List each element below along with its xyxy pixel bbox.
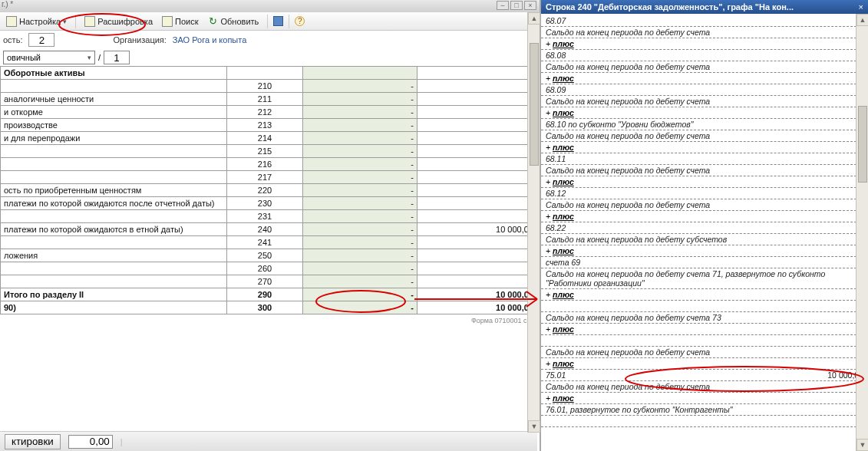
account-row[interactable]: 68.110	[541, 153, 868, 165]
table-row[interactable]: 217--	[1, 171, 537, 184]
row-value-2[interactable]: -	[417, 171, 537, 184]
table-row[interactable]: 260--	[1, 262, 537, 275]
row-value-2[interactable]: -	[417, 106, 537, 119]
toolbar-decode[interactable]: Расшифровка	[81, 15, 156, 28]
account-row[interactable]: 0	[541, 335, 868, 347]
account-row[interactable]: 68.090	[541, 84, 868, 96]
table-row[interactable]: 215--	[1, 145, 537, 158]
row-value-2[interactable]: -	[417, 197, 537, 210]
left-scrollbar[interactable]: ▲ ▼	[527, 12, 540, 433]
table-row[interactable]: ложения250--	[1, 249, 537, 262]
maximize-button[interactable]: □	[510, 1, 523, 10]
row-value-1[interactable]: -	[303, 288, 417, 301]
refresh-icon: ↻	[208, 16, 219, 27]
account-row[interactable]: счета 690	[541, 257, 868, 268]
close-button[interactable]: ×	[524, 1, 536, 10]
row-value-2[interactable]: 10 000,00	[417, 301, 537, 314]
row-value-2[interactable]: -	[417, 210, 537, 223]
row-value-2[interactable]: -	[417, 275, 537, 288]
help-icon[interactable]: ?	[295, 16, 305, 26]
edit-button[interactable]: ктировки	[5, 434, 61, 449]
right-close-icon[interactable]: ×	[859, 2, 863, 12]
row-value-1[interactable]: -	[303, 106, 417, 119]
page-spin[interactable]	[104, 51, 130, 64]
right-titlebar: Строка 240 "Дебиторская задолженность", …	[541, 0, 868, 14]
right-scrollbar[interactable]: ▲ ▼	[856, 14, 868, 451]
row-code: 215	[226, 145, 302, 158]
table-row[interactable]: аналогичные ценности211--	[1, 93, 537, 106]
row-value-1[interactable]: -	[303, 184, 417, 197]
row-value-1[interactable]: -	[303, 210, 417, 223]
account-row[interactable]: 68.080	[541, 50, 868, 61]
period-combo[interactable]: овичный ▾	[3, 51, 95, 64]
table-row[interactable]: 216--	[1, 158, 537, 171]
row-value-2[interactable]: -	[417, 236, 537, 249]
precision-input[interactable]	[28, 33, 54, 47]
table-row[interactable]: производстве213--	[1, 119, 537, 132]
row-value-2[interactable]: -	[417, 80, 537, 93]
table-row[interactable]: и для перепродажи214--	[1, 132, 537, 145]
blue-tool-icon[interactable]	[273, 16, 283, 26]
row-code: 212	[226, 106, 302, 119]
row-value-2[interactable]: -	[417, 184, 537, 197]
account-row[interactable]: 68.070	[541, 15, 868, 27]
scroll-down-icon[interactable]: ▼	[856, 439, 868, 451]
table-row[interactable]: и откорме212--	[1, 106, 537, 119]
toolbar-search[interactable]: Поиск	[159, 15, 201, 28]
table-row[interactable]: 241--	[1, 236, 537, 249]
row-value-2[interactable]: -	[417, 145, 537, 158]
table-row[interactable]: 270--	[1, 275, 537, 288]
account-row[interactable]: 68.220	[541, 222, 868, 234]
scroll-up-icon[interactable]: ▲	[856, 14, 868, 26]
row-value-2[interactable]: 10 000,00	[417, 288, 537, 301]
toolbar-refresh[interactable]: ↻ Обновить	[205, 15, 262, 28]
row-value-1[interactable]: -	[303, 158, 417, 171]
scroll-thumb[interactable]	[858, 106, 867, 183]
account-row[interactable]: 75.0110 000,00	[541, 370, 868, 381]
row-value-2[interactable]: -	[417, 249, 537, 262]
bottom-value[interactable]	[68, 435, 113, 449]
desc-row	[541, 416, 868, 427]
scroll-up-icon[interactable]: ▲	[528, 12, 540, 25]
toolbar-settings[interactable]: Настройка ▾	[3, 15, 70, 28]
row-code: 216	[226, 158, 302, 171]
desc-row: Сальдо на конец периода по дебету счета	[541, 165, 868, 176]
table-row[interactable]: 231--	[1, 210, 537, 223]
row-value-1[interactable]: -	[303, 119, 417, 132]
account-row[interactable]: 68.10 по субконто "Уровни бюджетов"0	[541, 119, 868, 130]
row-value-1[interactable]: -	[303, 262, 417, 275]
row-value-1[interactable]: -	[303, 197, 417, 210]
account-row[interactable]: 76.01, развернутое по субконто "Контраге…	[541, 404, 868, 416]
detail-list[interactable]: 68.070Сальдо на конец периода по дебету …	[541, 14, 868, 427]
row-value-1[interactable]: -	[303, 145, 417, 158]
row-value-1[interactable]: -	[303, 93, 417, 106]
scroll-thumb[interactable]	[530, 43, 539, 166]
row-value-2[interactable]: -	[417, 93, 537, 106]
minimize-button[interactable]: –	[497, 1, 509, 10]
table-row[interactable]: ость по приобретенным ценностям220--	[1, 184, 537, 197]
table-row[interactable]: 210--	[1, 80, 537, 93]
row-value-2[interactable]: 10 000,00	[417, 223, 537, 236]
org-link[interactable]: ЗАО Рога и копыта	[173, 35, 246, 44]
row-value-1[interactable]: -	[303, 132, 417, 145]
table-row[interactable]: Итого по разделу II290-10 000,00	[1, 288, 537, 301]
row-value-1[interactable]: -	[303, 236, 417, 249]
row-value-2[interactable]: -	[417, 132, 537, 145]
row-value-1[interactable]: -	[303, 80, 417, 93]
account-row[interactable]: 0	[541, 301, 868, 312]
spreadsheet[interactable]: Оборотные активы 210--аналогичные ценнос…	[0, 66, 537, 434]
row-value-1[interactable]: -	[303, 249, 417, 262]
table-row[interactable]: платежи по которой ожидаются после отчет…	[1, 197, 537, 210]
table-row[interactable]: платежи по которой ожидаются в етной дат…	[1, 223, 537, 236]
scroll-down-icon[interactable]: ▼	[528, 420, 540, 433]
row-value-2[interactable]: -	[417, 262, 537, 275]
table-row[interactable]: 90)300-10 000,00	[1, 301, 537, 314]
row-value-2[interactable]: -	[417, 158, 537, 171]
row-value-1[interactable]: -	[303, 301, 417, 314]
row-value-1[interactable]: -	[303, 275, 417, 288]
account-row[interactable]: 68.120	[541, 188, 868, 199]
row-value-1[interactable]: -	[303, 223, 417, 236]
row-value-1[interactable]: -	[303, 171, 417, 184]
row-name	[1, 80, 227, 93]
row-value-2[interactable]: -	[417, 119, 537, 132]
